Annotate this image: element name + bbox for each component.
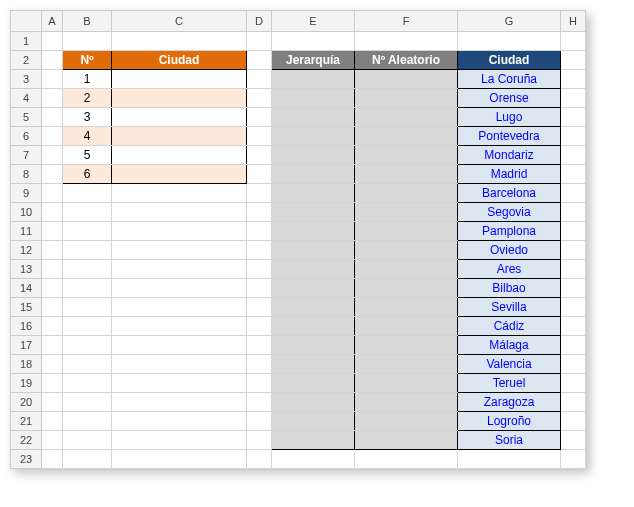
row-header-6[interactable]: 6: [11, 127, 42, 146]
row-header-20[interactable]: 20: [11, 393, 42, 412]
cell-B9[interactable]: [63, 184, 112, 203]
cell-B3[interactable]: 1: [63, 70, 112, 89]
cell-E12[interactable]: [272, 241, 355, 260]
row-header-12[interactable]: 12: [11, 241, 42, 260]
cell-E16[interactable]: [272, 317, 355, 336]
cell-H7[interactable]: [561, 146, 586, 165]
cell-F6[interactable]: [355, 127, 458, 146]
cell-A5[interactable]: [42, 108, 63, 127]
col-header-H[interactable]: H: [561, 11, 586, 32]
cell-B5[interactable]: 3: [63, 108, 112, 127]
cell-G22[interactable]: Soria: [458, 431, 561, 450]
cell-E3[interactable]: [272, 70, 355, 89]
cell-D4[interactable]: [247, 89, 272, 108]
cell-A17[interactable]: [42, 336, 63, 355]
cell-E7[interactable]: [272, 146, 355, 165]
cell-E21[interactable]: [272, 412, 355, 431]
col-header-A[interactable]: A: [42, 11, 63, 32]
cell-D15[interactable]: [247, 298, 272, 317]
row-header-15[interactable]: 15: [11, 298, 42, 317]
cell-A4[interactable]: [42, 89, 63, 108]
cell-C11[interactable]: [112, 222, 247, 241]
cell-B11[interactable]: [63, 222, 112, 241]
cell-G5[interactable]: Lugo: [458, 108, 561, 127]
row-header-16[interactable]: 16: [11, 317, 42, 336]
cell-E20[interactable]: [272, 393, 355, 412]
cell-D21[interactable]: [247, 412, 272, 431]
cell-D1[interactable]: [247, 32, 272, 51]
cell-A15[interactable]: [42, 298, 63, 317]
row-header-11[interactable]: 11: [11, 222, 42, 241]
cell-C22[interactable]: [112, 431, 247, 450]
cell-C20[interactable]: [112, 393, 247, 412]
select-all-corner[interactable]: [11, 11, 42, 32]
cell-H22[interactable]: [561, 431, 586, 450]
cell-A12[interactable]: [42, 241, 63, 260]
cell-A3[interactable]: [42, 70, 63, 89]
cell-E22[interactable]: [272, 431, 355, 450]
cell-B8[interactable]: 6: [63, 165, 112, 184]
cell-H14[interactable]: [561, 279, 586, 298]
cell-G12[interactable]: Oviedo: [458, 241, 561, 260]
cell-C18[interactable]: [112, 355, 247, 374]
cell-B13[interactable]: [63, 260, 112, 279]
cell-E19[interactable]: [272, 374, 355, 393]
cell-B12[interactable]: [63, 241, 112, 260]
cell-B16[interactable]: [63, 317, 112, 336]
cell-C10[interactable]: [112, 203, 247, 222]
cell-E9[interactable]: [272, 184, 355, 203]
cell-D2[interactable]: [247, 51, 272, 70]
cell-C4[interactable]: [112, 89, 247, 108]
cell-C23[interactable]: [112, 450, 247, 469]
cell-G4[interactable]: Orense: [458, 89, 561, 108]
cell-H20[interactable]: [561, 393, 586, 412]
cell-F1[interactable]: [355, 32, 458, 51]
cell-D7[interactable]: [247, 146, 272, 165]
cell-C8[interactable]: [112, 165, 247, 184]
cell-B7[interactable]: 5: [63, 146, 112, 165]
cell-A20[interactable]: [42, 393, 63, 412]
cell-G17[interactable]: Málaga: [458, 336, 561, 355]
cell-E15[interactable]: [272, 298, 355, 317]
cell-F13[interactable]: [355, 260, 458, 279]
cell-F22[interactable]: [355, 431, 458, 450]
cell-H13[interactable]: [561, 260, 586, 279]
cell-D10[interactable]: [247, 203, 272, 222]
cell-F10[interactable]: [355, 203, 458, 222]
cell-C3[interactable]: [112, 70, 247, 89]
cell-G19[interactable]: Teruel: [458, 374, 561, 393]
cell-G9[interactable]: Barcelona: [458, 184, 561, 203]
col-header-F[interactable]: F: [355, 11, 458, 32]
cell-H5[interactable]: [561, 108, 586, 127]
cell-E10[interactable]: [272, 203, 355, 222]
cell-D8[interactable]: [247, 165, 272, 184]
cell-B1[interactable]: [63, 32, 112, 51]
cell-D3[interactable]: [247, 70, 272, 89]
cell-A6[interactable]: [42, 127, 63, 146]
cell-A11[interactable]: [42, 222, 63, 241]
cell-F8[interactable]: [355, 165, 458, 184]
cell-G7[interactable]: Mondariz: [458, 146, 561, 165]
col-header-G[interactable]: G: [458, 11, 561, 32]
cell-A1[interactable]: [42, 32, 63, 51]
cell-F3[interactable]: [355, 70, 458, 89]
cell-G1[interactable]: [458, 32, 561, 51]
cell-B15[interactable]: [63, 298, 112, 317]
cell-E8[interactable]: [272, 165, 355, 184]
cell-D11[interactable]: [247, 222, 272, 241]
row-header-22[interactable]: 22: [11, 431, 42, 450]
cell-F18[interactable]: [355, 355, 458, 374]
cell-E14[interactable]: [272, 279, 355, 298]
cell-H19[interactable]: [561, 374, 586, 393]
cell-D17[interactable]: [247, 336, 272, 355]
cell-H8[interactable]: [561, 165, 586, 184]
cell-D19[interactable]: [247, 374, 272, 393]
cell-H15[interactable]: [561, 298, 586, 317]
cell-F11[interactable]: [355, 222, 458, 241]
cell-E13[interactable]: [272, 260, 355, 279]
cell-B14[interactable]: [63, 279, 112, 298]
row-header-13[interactable]: 13: [11, 260, 42, 279]
cell-G14[interactable]: Bilbao: [458, 279, 561, 298]
cell-H4[interactable]: [561, 89, 586, 108]
cell-B17[interactable]: [63, 336, 112, 355]
